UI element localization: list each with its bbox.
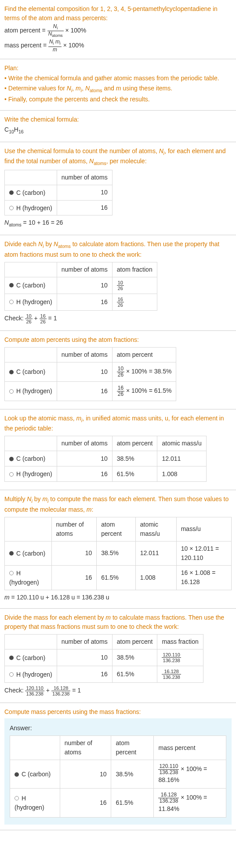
hydrogen-dot-icon	[9, 672, 14, 677]
carbon-dot-icon	[9, 551, 14, 556]
table-row: H (hydrogen) 16 1626 × 100% = 61.5%	[5, 381, 176, 401]
table-row: H (hydrogen) 16	[5, 200, 113, 215]
tail: × 100% = 38.5%	[124, 368, 171, 375]
value-cell: 10	[57, 185, 112, 200]
label: H (hydrogen)	[16, 204, 52, 211]
col-atom-fraction: atom fraction	[112, 262, 157, 277]
atom-percents-section: Compute atom percents using the atom fra…	[0, 331, 236, 409]
element-cell: C (carbon)	[5, 185, 57, 200]
plan-heading: Plan:	[4, 64, 232, 73]
table-row: H (hydrogen) 16 61.5% 16.128136.238	[5, 666, 203, 683]
intro-section: Find the elemental composition for 1, 2,…	[0, 0, 236, 59]
fraction: Ni mi m	[48, 39, 62, 52]
value-cell: 61.5%	[112, 666, 157, 683]
element-cell: H (hydrogen)	[5, 294, 57, 310]
table-row: C (carbon) 10 38.5% 12.011	[5, 451, 207, 466]
value-cell: 16 × 1.008 = 16.128	[176, 565, 231, 590]
plan-bullet-3: • Finally, compute the percents and chec…	[4, 95, 232, 104]
col-natoms: number of atoms	[51, 517, 97, 541]
text: Use the chemical formula to count the nu…	[4, 147, 232, 167]
heading: Write the chemical formula:	[4, 115, 232, 124]
label: mass percent =	[4, 42, 48, 49]
atom-percent-formula: atom percent = Ni Natoms × 100%	[4, 24, 232, 38]
value-cell: 61.5%	[111, 789, 154, 817]
percent-table: number of atoms atom percent C (carbon) …	[4, 347, 176, 401]
table-row: C (carbon) 10 38.5% 120.110136.238	[5, 649, 203, 666]
col-atomic-mass: atomic mass/u	[157, 436, 206, 451]
header-row: number of atoms atom percent	[5, 347, 176, 362]
value-cell: 16	[57, 666, 112, 683]
fraction-table: number of atoms atom fraction C (carbon)…	[4, 262, 157, 311]
percent-cell: 1026 × 100% = 38.5%	[112, 362, 176, 381]
element-cell: C (carbon)	[10, 760, 60, 789]
value-cell: 16	[57, 200, 112, 215]
label: atom percent =	[4, 27, 47, 34]
value-cell: 10 × 12.011 = 120.110	[176, 541, 231, 565]
eq: = 1	[48, 315, 57, 322]
t: by	[44, 240, 54, 247]
percent-cell: 120.110136.238 × 100% = 88.16%	[154, 760, 226, 789]
count-table: number of atoms C (carbon) 10 H (hydroge…	[4, 170, 113, 216]
t: :	[91, 506, 93, 513]
element-cell: H (hydrogen)	[5, 381, 57, 401]
value-cell: 16	[57, 294, 112, 310]
col-natoms: number of atoms	[57, 436, 112, 451]
text: Multiply Ni by mi to compute the mass fo…	[4, 495, 232, 514]
hydrogen-dot-icon	[9, 206, 14, 210]
plan-section: Plan: • Write the chemical formula and g…	[0, 59, 236, 111]
col-atom-percent: atom percent	[112, 436, 157, 451]
value-cell: 12.011	[157, 451, 206, 466]
text: • Determine values for	[4, 85, 67, 92]
col-atom-percent: atom percent	[112, 347, 176, 362]
table-row: H (hydrogen) 16 61.5% 16.128136.238 × 10…	[10, 789, 226, 817]
t: Multiply	[4, 495, 27, 502]
value-cell: 16	[57, 381, 112, 401]
tail: × 100%	[65, 27, 86, 34]
element-cell: H (hydrogen)	[5, 200, 57, 215]
col-natoms: number of atoms	[57, 347, 112, 362]
carbon-dot-icon	[9, 370, 14, 374]
atomic-mass-section: Look up the atomic mass, mi, in unified …	[0, 409, 236, 490]
eq: = 10 + 16 = 26	[22, 219, 63, 226]
c: C	[4, 126, 9, 133]
col-atom-percent: atom percent	[112, 635, 157, 649]
heading: Compute mass percents using the mass fra…	[4, 707, 232, 717]
label: C (carbon)	[16, 282, 45, 289]
table-row: C (carbon) 10 38.5% 120.110136.238 × 100…	[10, 760, 226, 789]
molecular-mass-total: m = 120.110 u + 16.128 u = 136.238 u	[4, 593, 232, 602]
mass-percents-section: Compute mass percents using the mass fra…	[0, 703, 236, 830]
table-row: H (hydrogen) 16 61.5% 1.008 16 × 1.008 =…	[5, 565, 232, 590]
label: C (carbon)	[16, 189, 45, 196]
element-cell: H (hydrogen)	[5, 466, 57, 482]
t: by	[33, 495, 43, 502]
value-cell: 10	[57, 362, 112, 381]
label: C (carbon)	[16, 654, 45, 661]
mass-fractions-section: Divide the mass for each element by m to…	[0, 609, 236, 703]
element-cell: C (carbon)	[5, 541, 52, 565]
table-row: H (hydrogen) 16 61.5% 1.008	[5, 466, 207, 482]
answer-label: Answer:	[10, 724, 226, 733]
check-line: Check: 1026 + 1626 = 1	[4, 313, 232, 324]
label: C (carbon)	[16, 455, 45, 462]
header-row: number of atoms	[5, 170, 113, 185]
natoms-total: Natoms = 10 + 16 = 26	[4, 218, 232, 229]
col-atom-percent: atom percent	[97, 517, 136, 541]
value-cell: 16	[51, 565, 97, 590]
text: Look up the atomic mass, mi, in unified …	[4, 414, 232, 434]
eq: = 120.110 u + 16.128 u = 136.238 u	[10, 594, 109, 601]
value-cell: 38.5%	[112, 451, 157, 466]
header-row: number of atoms atom percent atomic mass…	[5, 517, 232, 541]
value-cell: 38.5%	[112, 649, 157, 666]
plan-bullet-1: • Write the chemical formula and gather …	[4, 74, 232, 83]
table-row: H (hydrogen) 16 1626	[5, 294, 157, 310]
value-cell: 38.5%	[97, 541, 136, 565]
col-atom-percent: atom percent	[111, 736, 154, 760]
label: C (carbon)	[16, 368, 45, 375]
hydrogen-dot-icon	[9, 571, 14, 575]
count-atoms-section: Use the chemical formula to count the nu…	[0, 142, 236, 235]
element-cell: H (hydrogen)	[5, 565, 52, 590]
value-cell: 10	[57, 451, 112, 466]
percent-cell: 16.128136.238 × 100% = 11.84%	[154, 789, 226, 817]
element-cell: C (carbon)	[5, 649, 57, 666]
fraction-cell: 1026	[112, 277, 157, 294]
